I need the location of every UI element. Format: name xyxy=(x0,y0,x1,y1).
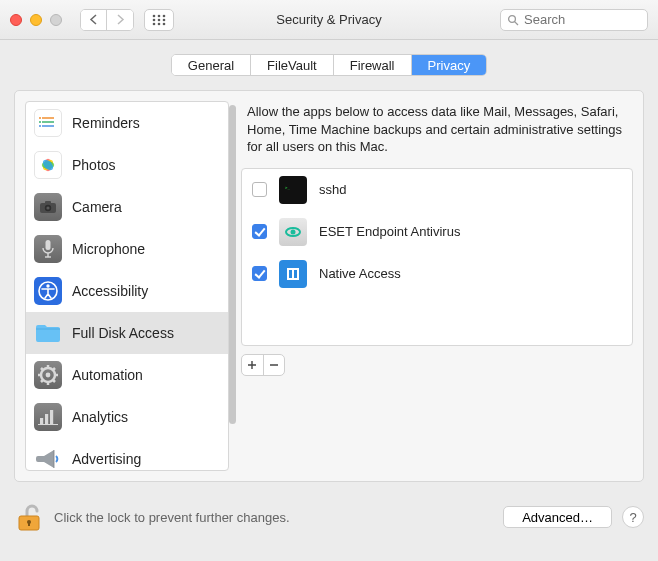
sidebar-item-automation[interactable]: Automation xyxy=(26,354,228,396)
svg-point-29 xyxy=(46,284,49,287)
camera-icon xyxy=(34,193,62,221)
sidebar-item-accessibility[interactable]: Accessibility xyxy=(26,270,228,312)
sidebar-item-label: Photos xyxy=(72,157,116,173)
tab-filevault[interactable]: FileVault xyxy=(251,55,334,75)
lock-hint-text: Click the lock to prevent further change… xyxy=(54,510,290,525)
back-button[interactable] xyxy=(81,10,107,30)
analytics-icon xyxy=(34,403,62,431)
svg-point-15 xyxy=(39,121,41,123)
sidebar-item-photos[interactable]: Photos xyxy=(26,144,228,186)
svg-point-14 xyxy=(39,117,41,119)
sidebar-scrollbar[interactable] xyxy=(229,105,236,467)
svg-point-1 xyxy=(158,14,161,17)
app-label: ESET Endpoint Antivirus xyxy=(319,224,460,239)
minus-icon xyxy=(269,360,279,370)
reminders-icon xyxy=(34,109,62,137)
svg-line-36 xyxy=(41,368,43,370)
close-window-button[interactable] xyxy=(10,14,22,26)
svg-point-7 xyxy=(158,22,161,25)
svg-rect-24 xyxy=(45,201,51,204)
sidebar-item-reminders[interactable]: Reminders xyxy=(26,102,228,144)
terminal-icon: >_ xyxy=(279,176,307,204)
show-all-button[interactable] xyxy=(144,9,174,31)
svg-rect-48 xyxy=(289,270,292,278)
svg-point-8 xyxy=(163,22,166,25)
app-row-native-access[interactable]: Native Access xyxy=(242,253,632,295)
sidebar-item-label: Advertising xyxy=(72,451,141,467)
search-field-container[interactable] xyxy=(500,9,648,31)
sidebar-item-label: Full Disk Access xyxy=(72,325,174,341)
maximize-window-button xyxy=(50,14,62,26)
advanced-button[interactable]: Advanced… xyxy=(503,506,612,528)
eset-icon xyxy=(279,218,307,246)
titlebar: Security & Privacy xyxy=(0,0,658,40)
nav-buttons xyxy=(80,9,134,31)
svg-rect-25 xyxy=(46,240,51,250)
svg-point-0 xyxy=(153,14,156,17)
footer: Click the lock to prevent further change… xyxy=(0,486,658,540)
megaphone-icon xyxy=(34,445,62,471)
sidebar-item-advertising[interactable]: Advertising xyxy=(26,438,228,471)
add-button[interactable] xyxy=(242,355,264,375)
svg-point-6 xyxy=(153,22,156,25)
minimize-window-button[interactable] xyxy=(30,14,42,26)
sidebar-item-label: Reminders xyxy=(72,115,140,131)
tab-label: FileVault xyxy=(267,58,317,73)
tab-label: General xyxy=(188,58,234,73)
app-row-eset[interactable]: ESET Endpoint Antivirus xyxy=(242,211,632,253)
tab-general[interactable]: General xyxy=(172,55,251,75)
svg-rect-40 xyxy=(40,418,43,424)
plus-icon xyxy=(247,360,257,370)
sidebar-item-full-disk-access[interactable]: Full Disk Access xyxy=(26,312,228,354)
app-label: sshd xyxy=(319,182,346,197)
search-icon xyxy=(507,14,519,26)
footer-right: Advanced… ? xyxy=(503,506,644,528)
accessibility-icon xyxy=(34,277,62,305)
svg-rect-41 xyxy=(45,414,48,424)
app-row-sshd[interactable]: >_ sshd xyxy=(242,169,632,211)
tab-firewall[interactable]: Firewall xyxy=(334,55,412,75)
native-access-icon xyxy=(279,260,307,288)
app-checkbox-sshd[interactable] xyxy=(252,182,267,197)
sidebar-item-label: Camera xyxy=(72,199,122,215)
svg-point-9 xyxy=(509,15,516,22)
scrollbar-thumb[interactable] xyxy=(229,105,236,424)
tabs: General FileVault Firewall Privacy xyxy=(171,54,487,76)
description-text: Allow the apps below to access data like… xyxy=(241,101,633,168)
window-controls xyxy=(10,14,62,26)
photos-icon xyxy=(34,151,62,179)
microphone-icon xyxy=(34,235,62,263)
svg-point-4 xyxy=(158,18,161,21)
button-label: Advanced… xyxy=(522,510,593,525)
app-label: Native Access xyxy=(319,266,401,281)
sidebar-wrap: Reminders Photos xyxy=(25,101,229,471)
sidebar-item-camera[interactable]: Camera xyxy=(26,186,228,228)
app-checkbox-native-access[interactable] xyxy=(252,266,267,281)
svg-rect-56 xyxy=(28,522,30,526)
content-column: Allow the apps below to access data like… xyxy=(241,101,633,471)
help-label: ? xyxy=(629,510,636,525)
svg-rect-49 xyxy=(294,270,297,278)
svg-point-3 xyxy=(153,18,156,21)
forward-button[interactable] xyxy=(107,10,133,30)
svg-line-38 xyxy=(41,380,43,382)
svg-point-5 xyxy=(163,18,166,21)
add-remove-buttons xyxy=(241,354,285,376)
lock-button[interactable] xyxy=(14,501,44,533)
help-button[interactable]: ? xyxy=(622,506,644,528)
svg-point-46 xyxy=(291,229,296,234)
sidebar-item-label: Automation xyxy=(72,367,143,383)
sidebar-item-microphone[interactable]: Microphone xyxy=(26,228,228,270)
sidebar-item-analytics[interactable]: Analytics xyxy=(26,396,228,438)
search-input[interactable] xyxy=(524,12,641,27)
sidebar-item-label: Analytics xyxy=(72,409,128,425)
svg-point-23 xyxy=(46,206,49,209)
svg-point-16 xyxy=(39,125,41,127)
tab-privacy[interactable]: Privacy xyxy=(412,55,487,75)
svg-point-31 xyxy=(46,373,51,378)
app-checkbox-eset[interactable] xyxy=(252,224,267,239)
main-panel: Reminders Photos xyxy=(14,90,644,482)
remove-button[interactable] xyxy=(264,355,285,375)
svg-line-39 xyxy=(53,368,55,370)
folder-icon xyxy=(34,319,62,347)
